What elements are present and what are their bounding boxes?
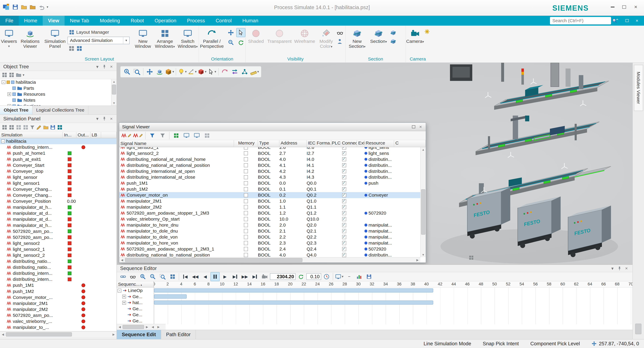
filter-button[interactable] <box>148 131 157 140</box>
expander[interactable]: - <box>2 80 6 84</box>
plc-connection-checkbox[interactable] <box>342 151 346 155</box>
new-section-button[interactable]: New Section▾ <box>346 27 369 49</box>
simulation-row[interactable]: Conveyer_Position 0.00 <box>0 198 116 204</box>
col-c[interactable]: C <box>394 140 426 147</box>
simulation-row[interactable]: Conveyer_stop <box>0 168 116 174</box>
jump-start-button[interactable]: ◀ <box>181 272 190 281</box>
col-simulation[interactable]: Simulation <box>0 132 63 138</box>
sequence-row[interactable]: + hat... <box>117 300 154 306</box>
simulation-row[interactable]: Conveyer_Chang... <box>0 192 116 198</box>
zoom-button[interactable] <box>226 38 236 47</box>
col-lb[interactable]: LB <box>90 132 101 138</box>
simulation-row[interactable]: manipulator_at_h... <box>0 204 116 210</box>
expander[interactable]: - <box>118 289 121 293</box>
zoom-in-button[interactable] <box>138 272 148 281</box>
splitter-right-icon[interactable]: ▶ <box>156 325 162 329</box>
collapse-button[interactable]: − <box>345 272 354 281</box>
viewers-button[interactable]: Viewers▾ <box>0 27 18 48</box>
view-filter-button[interactable] <box>128 272 138 281</box>
edit-signal-button[interactable] <box>133 131 143 140</box>
signal-row[interactable]: push_1M1 BOOL 0.0 Q0.0 push <box>119 180 426 186</box>
screen-layout-button[interactable]: ▾ <box>335 272 344 281</box>
panel-menu-icon[interactable]: ▾ <box>94 115 101 122</box>
simulation-row[interactable]: push_1M1 <box>0 282 116 288</box>
signal-row[interactable]: distributing_national_at_national_home B… <box>119 156 426 162</box>
signal-row[interactable]: manipulator_2M1 BOOL 1.0 Q1.0 <box>119 198 426 204</box>
zoom-fit-button[interactable] <box>158 272 167 281</box>
ribbon-tab[interactable]: Control <box>210 16 237 25</box>
zoom-area-button[interactable] <box>132 67 142 76</box>
memory-checkbox[interactable] <box>244 211 248 215</box>
pin-icon[interactable] <box>101 63 108 70</box>
simulation-row[interactable]: push_at_home1 <box>0 150 116 156</box>
doc-restore-icon[interactable] <box>622 17 632 24</box>
col-address[interactable]: Address <box>280 140 307 147</box>
panel-menu-icon[interactable]: ▾ <box>609 265 616 272</box>
simulation-row[interactable]: manipulator_at_d... <box>0 216 116 222</box>
memory-checkbox[interactable] <box>244 175 248 179</box>
pause-button[interactable] <box>210 272 220 281</box>
close-button[interactable]: × <box>630 2 642 12</box>
plc-connection-checkbox[interactable] <box>342 241 346 245</box>
step-backward-button[interactable]: ◀ <box>200 272 210 281</box>
new-window-button[interactable]: New Window <box>133 27 153 49</box>
check-icon[interactable] <box>12 104 16 106</box>
plc-connection-checkbox[interactable] <box>342 211 346 215</box>
filter-icon[interactable] <box>30 125 35 130</box>
tree-row-root[interactable]: - habilitacia <box>0 79 111 85</box>
plc-connection-checkbox[interactable] <box>342 175 346 179</box>
tree-columns-icon[interactable] <box>9 72 14 78</box>
relations-button[interactable] <box>240 67 249 76</box>
simulation-panel-button[interactable]: Simulation Panel <box>42 27 68 49</box>
check-icon[interactable] <box>12 92 16 96</box>
simulation-time-display[interactable]: 2304.20 <box>270 273 296 280</box>
add-signal-button[interactable] <box>121 131 132 140</box>
panel-close-icon[interactable]: × <box>623 265 630 272</box>
view-cube-button[interactable]: ▾ <box>165 67 174 76</box>
sequence-tree-column[interactable]: Sequenc... ▴ <box>117 281 154 288</box>
section-clip-icon[interactable] <box>390 38 396 44</box>
col-iec-format[interactable]: IEC Forma ▴ <box>307 140 331 147</box>
export-table-icon[interactable] <box>57 124 63 130</box>
simulation-row[interactable]: manipulator_2M2 <box>0 306 116 312</box>
panel-close-icon[interactable]: × <box>108 63 115 70</box>
simulation-row[interactable]: light_sensor2_1 <box>0 246 116 252</box>
minimize-button[interactable] <box>607 2 618 12</box>
sequence-row[interactable]: Ge... <box>117 306 154 312</box>
memory-checkbox[interactable] <box>244 223 248 227</box>
simulation-row[interactable]: push_at_exit1 <box>0 156 116 162</box>
signal-viewer-vscrollbar[interactable]: ▲▼ <box>420 147 426 257</box>
ribbon-tab[interactable]: File <box>0 16 19 25</box>
memory-checkbox[interactable] <box>244 169 248 173</box>
simulation-row[interactable]: 5072920_asm_po... <box>0 234 116 240</box>
section-toggle-icon[interactable] <box>390 30 396 36</box>
rotate-view-button[interactable] <box>236 38 246 47</box>
expander[interactable]: + <box>122 301 126 305</box>
reset-time-button[interactable] <box>296 272 306 281</box>
status-item[interactable]: Snap Pick Intent <box>483 341 519 347</box>
plc-connection-checkbox[interactable] <box>342 253 346 257</box>
plc-connection-checkbox[interactable] <box>342 223 346 227</box>
memory-checkbox[interactable] <box>244 157 248 161</box>
memory-checkbox[interactable] <box>244 253 248 257</box>
arrange-windows-button[interactable]: Arrange Windows▾ <box>153 27 177 49</box>
ribbon-tab[interactable]: Home <box>19 16 43 25</box>
col-out[interactable]: Out... <box>76 132 90 138</box>
plc-connection-checkbox[interactable] <box>342 193 346 197</box>
bottom-tab[interactable]: Sequence Edit <box>117 330 161 339</box>
save-watch-icon[interactable] <box>50 124 56 130</box>
simulation-row[interactable]: valec_strieborny_... <box>0 318 116 324</box>
tree-toolbar-dropdown-icon[interactable]: ▾ <box>23 73 24 77</box>
tree-row[interactable]: + Resources <box>0 91 111 97</box>
plc-connection-checkbox[interactable] <box>342 169 346 173</box>
play-button[interactable]: ▶ <box>220 272 230 281</box>
simulation-hscrollbar[interactable]: ◀▶ <box>0 331 116 337</box>
time-interval-display[interactable]: 0.10 <box>306 273 321 280</box>
plc-connection-checkbox[interactable] <box>342 199 346 203</box>
memory-checkbox[interactable] <box>244 151 248 155</box>
col-type[interactable]: Type <box>258 140 280 147</box>
tree-folder-icon[interactable] <box>16 72 22 78</box>
wireframe-button[interactable]: Wireframe <box>293 27 317 44</box>
reattach-button[interactable] <box>230 67 240 76</box>
simulation-root-row[interactable]: - habilitacia <box>0 138 116 144</box>
